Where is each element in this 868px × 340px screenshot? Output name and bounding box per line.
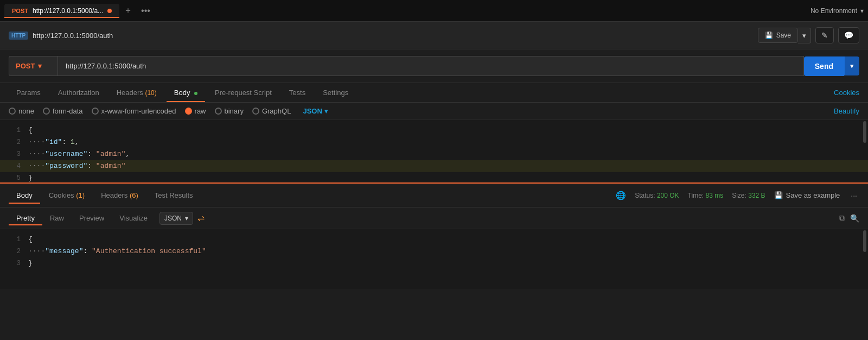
save-icon: 💾 <box>765 32 773 39</box>
option-none[interactable]: none <box>9 107 34 115</box>
option-graphql[interactable]: GraphQL <box>252 107 291 115</box>
new-tab-button[interactable]: ＋ <box>119 3 137 18</box>
fmt-tab-pretty[interactable]: Pretty <box>9 211 42 225</box>
radio-urlencoded <box>92 108 99 115</box>
save-label: Save <box>776 32 791 39</box>
cookies-count-badge: (1) <box>76 191 85 199</box>
json-type-dropdown[interactable]: JSON ▾ <box>303 107 328 115</box>
radio-none <box>9 108 16 115</box>
save-button[interactable]: 💾 Save <box>758 28 798 43</box>
url-display: http://127.0.0.1:5000/auth <box>33 32 113 40</box>
scrollbar-thumb <box>863 121 866 143</box>
response-scrollbar[interactable] <box>863 229 867 289</box>
url-title-bar: HTTP http://127.0.0.1:5000/auth 💾 Save ▾… <box>0 22 868 49</box>
format-tabs: Pretty Raw Preview Visualize JSON ▾ ⇌ ⧉ … <box>0 207 868 229</box>
tab-method: POST <box>12 8 28 14</box>
globe-icon: 🌐 <box>616 191 626 200</box>
comment-icon-button[interactable]: 💬 <box>838 27 859 43</box>
code-line-4: 4 ····"password": "admin" <box>0 160 868 172</box>
url-title: HTTP http://127.0.0.1:5000/auth <box>9 32 113 40</box>
method-select[interactable]: POST ▾ <box>9 56 58 76</box>
tab-prerequest[interactable]: Pre-request Script <box>207 83 279 102</box>
url-actions: 💾 Save ▾ ✎ 💬 <box>758 27 859 43</box>
code-line-1: 1 { <box>0 124 868 136</box>
response-more-button[interactable]: ··· <box>848 191 859 200</box>
resp-line-1: 1 { <box>0 234 868 245</box>
status-display: Status: 200 OK <box>635 192 679 199</box>
tab-params[interactable]: Params <box>9 83 48 102</box>
option-form-data[interactable]: form-data <box>43 107 83 115</box>
wrap-lines-icon[interactable]: ⇌ <box>197 213 205 223</box>
beautify-button[interactable]: Beautify <box>834 107 859 115</box>
save-as-example-button[interactable]: 💾 Save as example <box>774 191 840 199</box>
environment-selector[interactable]: No Environment ▾ <box>810 7 864 15</box>
send-button[interactable]: Send <box>804 56 844 76</box>
radio-binary <box>215 108 222 115</box>
copy-icon[interactable]: ⧉ <box>839 213 845 223</box>
option-urlencoded[interactable]: x-www-form-urlencoded <box>92 107 176 115</box>
response-format-actions: ⧉ 🔍 <box>839 213 859 223</box>
search-icon[interactable]: 🔍 <box>850 214 859 223</box>
tab-tests[interactable]: Tests <box>282 83 313 102</box>
option-raw[interactable]: raw <box>185 107 206 115</box>
resp-headers-count-badge: (6) <box>130 191 138 199</box>
body-active-dot <box>194 92 197 95</box>
format-chevron-icon: ▾ <box>185 215 188 222</box>
response-section: Body Cookies (1) Headers (6) Test Result… <box>0 182 868 289</box>
resp-line-2: 2 ····"message": "Authentication success… <box>0 245 868 257</box>
radio-form-data <box>43 108 50 115</box>
response-tabs: Body Cookies (1) Headers (6) Test Result… <box>9 187 616 204</box>
send-dropdown-button[interactable]: ▾ <box>844 56 859 75</box>
size-display: Size: 332 B <box>732 192 765 199</box>
request-editor-scrollbar[interactable] <box>863 120 867 182</box>
request-body-editor[interactable]: 1 { 2 ····"id": 1, 3 ····"username": "ad… <box>0 120 868 182</box>
resp-tab-cookies[interactable]: Cookies (1) <box>41 187 92 204</box>
format-type-label: JSON <box>164 215 182 222</box>
resp-scrollbar-thumb <box>863 230 866 252</box>
resp-tab-body[interactable]: Body <box>9 187 40 204</box>
request-line: POST ▾ Send ▾ <box>0 49 868 83</box>
code-line-2: 2 ····"id": 1, <box>0 136 868 148</box>
code-line-5: 5 } <box>0 172 868 182</box>
size-value: 332 B <box>748 192 765 199</box>
method-label: POST <box>16 62 35 70</box>
tab-authorization[interactable]: Authorization <box>50 83 107 102</box>
fmt-tab-visualize[interactable]: Visualize <box>112 211 155 225</box>
method-chevron-icon: ▾ <box>38 62 42 70</box>
response-format-select[interactable]: JSON ▾ <box>159 212 193 225</box>
more-tabs-button[interactable]: ••• <box>137 4 155 18</box>
json-chevron-icon: ▾ <box>324 107 328 115</box>
time-display: Time: 83 ms <box>688 192 724 199</box>
save-example-icon: 💾 <box>774 191 783 199</box>
response-body-viewer: 1 { 2 ····"message": "Authentication suc… <box>0 229 868 289</box>
radio-raw <box>185 108 192 115</box>
response-header: Body Cookies (1) Headers (6) Test Result… <box>0 184 868 207</box>
body-options: none form-data x-www-form-urlencoded raw… <box>0 103 868 120</box>
status-value: 200 OK <box>657 192 679 199</box>
save-dropdown-button[interactable]: ▾ <box>798 28 811 43</box>
fmt-tab-preview[interactable]: Preview <box>72 211 112 225</box>
time-value: 83 ms <box>706 192 724 199</box>
headers-count-badge: (10) <box>145 89 156 97</box>
resp-tab-headers[interactable]: Headers (6) <box>93 187 146 204</box>
tab-settings[interactable]: Settings <box>315 83 356 102</box>
tab-modified-dot <box>107 9 112 13</box>
edit-icon-button[interactable]: ✎ <box>815 27 834 43</box>
response-meta: 🌐 Status: 200 OK Time: 83 ms Size: 332 B… <box>616 191 859 200</box>
url-input[interactable] <box>58 56 804 76</box>
tab-bar: POST http://127.0.0.1:5000/a... ＋ ••• No… <box>0 0 868 22</box>
tab-url: http://127.0.0.1:5000/a... <box>33 7 103 15</box>
resp-tab-test-results[interactable]: Test Results <box>147 187 201 204</box>
code-line-3: 3 ····"username": "admin", <box>0 148 868 160</box>
fmt-tab-raw[interactable]: Raw <box>42 211 72 225</box>
env-chevron-icon: ▾ <box>860 7 864 15</box>
active-tab[interactable]: POST http://127.0.0.1:5000/a... <box>4 4 119 18</box>
tab-body[interactable]: Body <box>167 83 205 102</box>
http-badge: HTTP <box>9 32 28 40</box>
radio-graphql <box>252 108 259 115</box>
tab-cookies[interactable]: Cookies <box>834 89 859 97</box>
option-binary[interactable]: binary <box>215 107 244 115</box>
env-label: No Environment <box>810 7 857 15</box>
request-tabs-nav: Params Authorization Headers (10) Body P… <box>0 83 868 103</box>
tab-headers[interactable]: Headers (10) <box>109 83 164 102</box>
